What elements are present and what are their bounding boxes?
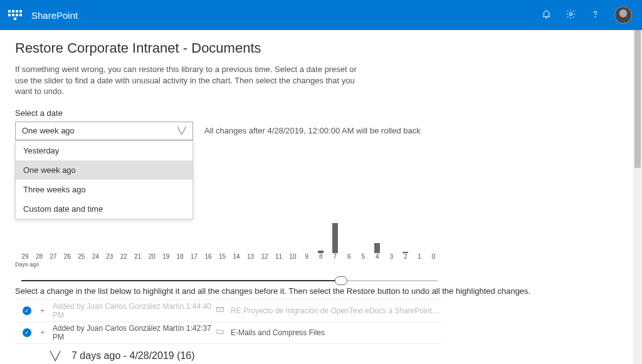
- bar: [345, 216, 353, 253]
- bar: [134, 216, 142, 253]
- bar: [162, 216, 170, 253]
- change-text: Added by Juan Carlos González Martín 1:4…: [53, 302, 216, 320]
- change-text: Added by Juan Carlos González Martín 1:4…: [53, 324, 216, 341]
- bar: [78, 216, 85, 253]
- plus-icon: +: [40, 306, 53, 315]
- changes-list: + Added by Juan Carlos González Martín 1…: [15, 299, 441, 364]
- bar: [204, 216, 212, 253]
- bell-icon[interactable]: [541, 9, 552, 21]
- date-label: Select a date: [15, 108, 629, 118]
- scrollbar-thumb[interactable]: [634, 30, 641, 168]
- bar: [176, 216, 184, 253]
- change-row[interactable]: + Added by Juan Carlos González Martín 1…: [15, 300, 441, 322]
- bar: [50, 216, 57, 253]
- date-select[interactable]: One week ago ╲╱: [15, 122, 193, 140]
- bar: [148, 216, 155, 253]
- bar: [402, 216, 409, 253]
- mail-icon: [216, 305, 231, 316]
- page-intro: If something went wrong, you can restore…: [15, 64, 366, 97]
- dropdown-option-yesterday[interactable]: Yesterday: [16, 141, 192, 160]
- chart-axis-label: Days ago: [15, 261, 629, 268]
- help-icon[interactable]: [590, 9, 601, 21]
- top-bar: SharePoint: [0, 0, 642, 30]
- list-intro: Select a change in the list below to hig…: [15, 286, 629, 296]
- bar: [430, 216, 438, 253]
- dropdown-option-custom[interactable]: Custom date and time: [16, 199, 192, 219]
- page-title: Restore Corporate Intranet - Documents: [15, 40, 629, 56]
- item-name: RE Proyecto de migración de OpenText eDo…: [231, 306, 441, 315]
- bar: [191, 216, 198, 253]
- suite-title[interactable]: SharePoint: [31, 10, 78, 21]
- chevron-down-icon: ╲╱: [177, 127, 186, 135]
- bar: [289, 216, 297, 253]
- bar: [387, 216, 395, 253]
- bar: [261, 216, 268, 253]
- bar: [219, 216, 226, 253]
- bar: [317, 216, 325, 253]
- bar: [233, 216, 240, 253]
- item-name: E-Mails and Compress Files: [231, 328, 441, 337]
- group-header[interactable]: ╲╱ 7 days ago - 4/28/2019 (16): [15, 344, 441, 364]
- group-label: 7 days ago - 4/28/2019 (16): [71, 350, 195, 361]
- bar: [120, 216, 127, 253]
- bar: [275, 216, 282, 253]
- bar: [247, 216, 255, 253]
- chevron-down-icon: ╲╱: [50, 351, 60, 361]
- bar: [35, 216, 43, 253]
- date-select-value: One week ago: [22, 126, 75, 135]
- bar: [374, 216, 381, 253]
- svg-point-1: [595, 16, 596, 17]
- bar: [331, 216, 339, 253]
- row-radio[interactable]: [23, 306, 31, 315]
- app-launcher-icon[interactable]: [8, 8, 23, 23]
- bar: [92, 216, 99, 253]
- top-icon-group: [541, 6, 632, 24]
- change-row[interactable]: + Added by Juan Carlos González Martín 1…: [15, 322, 441, 344]
- user-avatar[interactable]: [614, 6, 632, 24]
- rollback-text: All changes after 4/28/2019, 12:00:00 AM…: [204, 126, 421, 135]
- row-radio[interactable]: [23, 328, 31, 337]
- activity-chart: [15, 216, 629, 253]
- chart-axis: 2928272625242322212019181716151413121110…: [21, 253, 438, 260]
- date-dropdown: Yesterday One week ago Three weeks ago C…: [15, 140, 193, 219]
- page-content: Restore Corporate Intranet - Documents I…: [0, 30, 642, 364]
- bar: [106, 216, 113, 253]
- bar: [359, 216, 367, 253]
- dropdown-option-three-weeks[interactable]: Three weeks ago: [16, 180, 192, 199]
- bar: [63, 216, 71, 253]
- plus-icon: +: [40, 328, 53, 337]
- svg-point-0: [569, 13, 572, 15]
- dropdown-option-one-week[interactable]: One week ago: [16, 160, 192, 180]
- folder-icon: [216, 327, 231, 338]
- bar: [303, 216, 310, 253]
- bar: [21, 216, 29, 253]
- gear-icon[interactable]: [566, 9, 576, 21]
- bar: [416, 216, 423, 253]
- vertical-scrollbar[interactable]: [633, 30, 642, 364]
- slider-handle[interactable]: [335, 276, 347, 285]
